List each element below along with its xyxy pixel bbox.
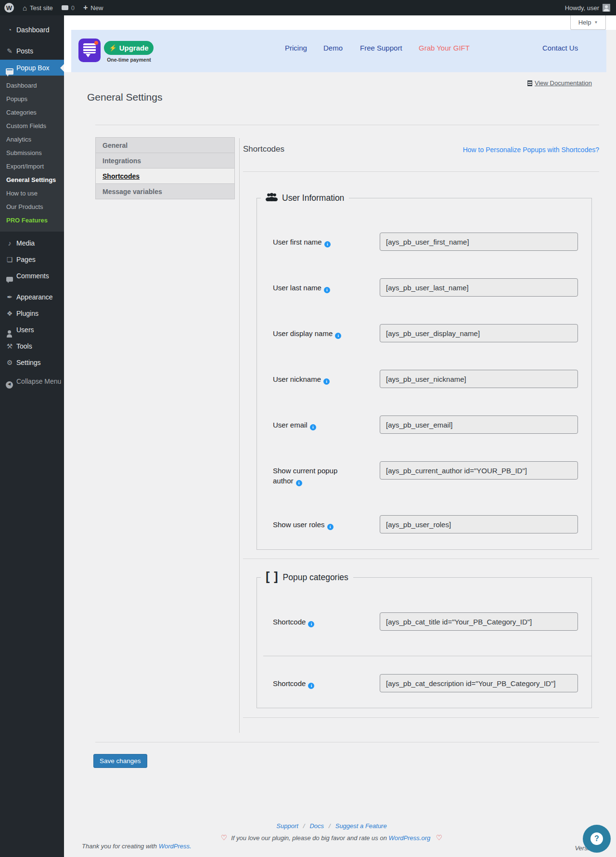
submenu-item-how-to-use[interactable]: How to use: [0, 187, 64, 200]
sidebar-item-appearance[interactable]: ✒Appearance: [0, 289, 64, 304]
shortcode-input[interactable]: [380, 324, 578, 342]
site-name-link[interactable]: ⌂ Test site: [18, 0, 57, 15]
pages-icon: ❏: [5, 256, 14, 263]
container-top-border: [95, 125, 599, 125]
view-documentation-link[interactable]: View Documentation: [527, 79, 592, 87]
nav-link-pricing[interactable]: Pricing: [285, 44, 307, 52]
shortcode-input[interactable]: [380, 278, 578, 297]
submenu-item-categories[interactable]: Categories: [0, 106, 64, 119]
comments-admin-link[interactable]: 0: [57, 0, 79, 15]
shortcode-row: User last namei: [257, 278, 591, 298]
sidebar-item-plugins[interactable]: ❖Plugins: [0, 306, 64, 321]
info-icon[interactable]: i: [324, 241, 331, 247]
info-icon[interactable]: i: [327, 524, 334, 530]
heading-divider: [243, 171, 599, 172]
appearance-icon: ✒: [5, 293, 14, 301]
sidebar-item-tools[interactable]: ⚒Tools: [0, 338, 64, 353]
sidebar-item-media[interactable]: ♪Media: [0, 235, 64, 250]
new-content-menu[interactable]: + New: [79, 0, 107, 15]
info-icon[interactable]: i: [308, 683, 314, 689]
nav-link-free-support[interactable]: Free Support: [360, 44, 402, 52]
info-icon[interactable]: i: [310, 424, 316, 430]
site-name-label: Test site: [30, 4, 53, 12]
footer-link-support[interactable]: Support: [276, 822, 298, 830]
sidebar-item-dashboard[interactable]: ◔Dashboard: [0, 22, 64, 37]
sidebar-item-label: Media: [16, 239, 35, 247]
shortcode-row: Show current popup authori: [257, 461, 591, 480]
tab-message-variables[interactable]: Message variables: [95, 183, 235, 199]
sidebar-item-label: Settings: [16, 359, 41, 366]
tab-label: Integrations: [103, 157, 141, 165]
sidebar-item-settings[interactable]: ⚙Settings: [0, 355, 64, 370]
info-icon[interactable]: i: [323, 378, 330, 385]
admin-bar: W ⌂ Test site 0 + New Howdy, user: [0, 0, 616, 15]
howdy-user-menu[interactable]: Howdy, user: [565, 0, 599, 15]
shortcode-input[interactable]: [380, 674, 578, 692]
submenu-item-export-import[interactable]: Export/Import: [0, 160, 64, 173]
nav-link-contact-us[interactable]: Contact Us: [542, 44, 578, 52]
help-bubble-button[interactable]: ?: [583, 825, 611, 853]
content-area: Help ▼ ⚡ Upgrade One-time payment Pricin…: [64, 15, 616, 857]
tab-general[interactable]: General: [95, 137, 235, 153]
submenu-item-submissions[interactable]: Submissions: [0, 146, 64, 160]
shortcode-row: User first namei: [257, 233, 591, 252]
submenu-item-dashboard[interactable]: Dashboard: [0, 79, 64, 92]
wordpress-org-link[interactable]: WordPress.org: [389, 834, 431, 842]
section-popup-categories: [ ]Popup categoriesShortcodeiShortcodei: [257, 572, 592, 708]
sidebar-item-label: Popup Box: [16, 64, 50, 72]
document-icon: [527, 80, 532, 86]
one-time-payment-label: One-time payment: [95, 57, 163, 63]
submenu-item-custom-fields[interactable]: Custom Fields: [0, 119, 64, 133]
users-group-icon: [266, 193, 278, 204]
shortcode-input[interactable]: [380, 515, 578, 533]
save-changes-button[interactable]: Save changes: [93, 754, 147, 768]
user-avatar[interactable]: [603, 4, 610, 12]
submenu-item-analytics[interactable]: Analytics: [0, 133, 64, 146]
tab-integrations[interactable]: Integrations: [95, 153, 235, 169]
tab-label: Message variables: [103, 188, 162, 195]
info-icon[interactable]: i: [296, 480, 302, 486]
info-icon[interactable]: i: [324, 287, 330, 293]
sidebar-item-popup-box[interactable]: Popup Box: [0, 60, 64, 76]
shortcodes-help-link[interactable]: How to Personalize Popups with Shortcode…: [463, 146, 599, 154]
wp-logo-menu[interactable]: W: [0, 0, 18, 15]
shortcode-input[interactable]: [380, 416, 578, 434]
sidebar-item-comments[interactable]: Comments: [0, 268, 64, 283]
sidebar-item-label: Tools: [16, 342, 32, 350]
footer-link-docs[interactable]: Docs: [309, 822, 324, 830]
field-label: Shortcodei: [273, 678, 355, 689]
info-icon[interactable]: i: [308, 621, 314, 627]
help-dropdown[interactable]: Help ▼: [570, 15, 606, 30]
field-label: User emaili: [273, 420, 355, 430]
submenu-item-pro-features[interactable]: PRO Features: [0, 214, 64, 227]
nav-link-grab-your-gift[interactable]: Grab Your GIFT: [419, 44, 470, 52]
plugin-header-band: ⚡ Upgrade One-time payment PricingDemoFr…: [71, 30, 606, 72]
info-icon[interactable]: i: [335, 333, 341, 339]
submenu-item-popups[interactable]: Popups: [0, 92, 64, 106]
sidebar-item-posts[interactable]: ✎Posts: [0, 43, 64, 58]
shortcode-input[interactable]: [380, 612, 578, 631]
shortcode-input[interactable]: [380, 370, 578, 388]
sidebar-item-users[interactable]: Users: [0, 322, 64, 337]
nav-link-demo[interactable]: Demo: [323, 44, 343, 52]
sidebar-item-label: Dashboard: [16, 26, 50, 34]
field-label: User first namei: [273, 237, 355, 247]
sidebar-item-collapse-menu[interactable]: Collapse Menu: [0, 374, 64, 389]
shortcode-input[interactable]: [380, 233, 578, 251]
plus-icon: +: [83, 3, 88, 12]
tab-label: General: [103, 142, 128, 149]
lightning-icon: ⚡: [109, 44, 116, 52]
shortcode-row: User emaili: [257, 416, 591, 435]
submenu-item-our-products[interactable]: Our Products: [0, 200, 64, 214]
section-user-information: User InformationUser first nameiUser las…: [257, 193, 592, 550]
upgrade-button[interactable]: ⚡ Upgrade: [104, 41, 154, 55]
tab-shortcodes[interactable]: Shortcodes: [95, 168, 235, 184]
plugins-icon: ❖: [5, 310, 14, 317]
field-label: Shortcodei: [273, 617, 355, 627]
settings-tab-list: GeneralIntegrationsShortcodesMessage var…: [95, 137, 235, 199]
wordpress-link[interactable]: WordPress.: [159, 843, 192, 850]
sidebar-item-pages[interactable]: ❏Pages: [0, 252, 64, 267]
shortcode-input[interactable]: [380, 461, 578, 480]
submenu-item-general-settings[interactable]: General Settings: [0, 173, 64, 187]
footer-link-suggest-a-feature[interactable]: Suggest a Feature: [335, 822, 387, 830]
